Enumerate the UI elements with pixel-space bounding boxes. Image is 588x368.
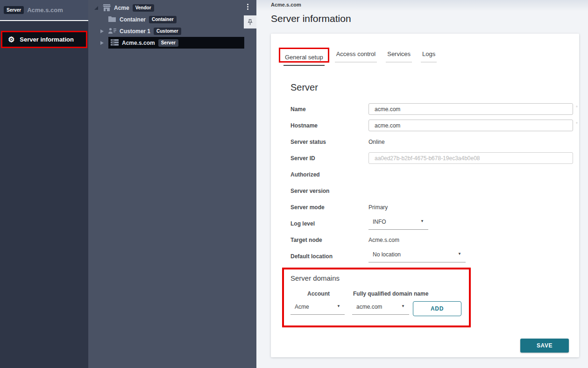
customer-icon — [108, 28, 116, 35]
field-label: Default location — [290, 253, 368, 260]
form-row-server-id: Server ID — [290, 150, 573, 166]
page-title: Server information — [271, 13, 588, 24]
left-sidebar: Server Acme.s.com ⚙ Server information — [0, 0, 88, 368]
pin-icon — [247, 19, 253, 26]
server-domains-controls: Acme ▼ acme.com ▼ ADD — [290, 301, 469, 316]
tree-node-server: Acme.s.com Server — [88, 37, 256, 49]
tree-node-label: Container — [120, 16, 146, 23]
tree-node-label: Customer 1 — [120, 28, 150, 35]
server-id-input — [368, 152, 573, 164]
tree-menu-kebab-icon[interactable] — [246, 3, 249, 11]
caret-collapsed-icon[interactable] — [99, 41, 105, 45]
tree-node-customer[interactable]: Customer 1 Customer — [88, 25, 256, 37]
card-footer: SAVE — [271, 339, 579, 353]
form-row-server-status: Server status Online — [290, 134, 573, 150]
tab-general-setup[interactable]: General setup — [283, 54, 325, 66]
field-label: Log level — [290, 220, 368, 227]
server-information-card: General setup Access control Services Lo… — [271, 34, 579, 357]
caret-expanded-icon[interactable] — [93, 6, 99, 10]
breadcrumb: Acme.s.com — [271, 2, 588, 7]
select-value: No location — [373, 251, 401, 258]
sidebar-item-label: Server information — [20, 36, 74, 43]
select-value: acme.com — [356, 304, 382, 310]
form-row-authorized: Authorized — [290, 166, 573, 183]
tab-access-control[interactable]: Access control — [335, 50, 377, 63]
name-input[interactable] — [368, 103, 573, 115]
annotation-box-general-setup-tab: General setup — [279, 48, 329, 63]
field-label: Server status — [290, 139, 368, 145]
fqdn-header: Fully qualified domain name — [353, 290, 428, 297]
field-label: Target node — [290, 237, 368, 243]
sidebar-item-server-information[interactable]: ⚙ Server information — [2, 32, 86, 47]
field-label: Name — [290, 106, 368, 113]
account-select[interactable]: Acme ▼ — [290, 303, 345, 315]
fqdn-select[interactable]: acme.com ▼ — [352, 303, 409, 315]
server-form: Name * Hostname * Server status Online S… — [290, 101, 573, 264]
form-row-log-level: Log level INFO ▼ — [290, 215, 573, 232]
server-domains-title: Server domains — [290, 274, 469, 282]
folder-icon — [108, 16, 116, 23]
account-header: Account — [290, 290, 347, 297]
select-value: Acme — [295, 304, 309, 310]
section-title-server: Server — [290, 82, 579, 93]
tree-node-container[interactable]: Container Container — [88, 14, 256, 25]
log-level-select[interactable]: INFO ▼ — [368, 218, 428, 230]
main-panel: Acme.s.com Server information General se… — [256, 0, 588, 368]
tree-node-type-badge: Customer — [154, 28, 181, 35]
add-domain-button[interactable]: ADD — [413, 301, 461, 316]
tree-node-label: Acme — [114, 5, 129, 11]
required-marker: * — [576, 121, 578, 127]
chevron-down-icon: ▼ — [401, 304, 405, 309]
tree-node-server-selected[interactable]: Acme.s.com Server — [108, 37, 244, 49]
chevron-down-icon: ▼ — [458, 251, 461, 257]
tree-node-type-badge: Server — [158, 39, 178, 47]
annotation-box-server-domains: Server domains Account Fully qualified d… — [282, 268, 471, 327]
field-label: Server ID — [290, 155, 368, 162]
field-label: Server mode — [290, 204, 368, 211]
form-row-server-version: Server version — [290, 183, 573, 199]
form-row-hostname: Hostname * — [290, 117, 573, 134]
tree-node-label: Acme.s.com — [122, 40, 155, 46]
server-domains-headers: Account Fully qualified domain name — [290, 290, 469, 297]
gear-icon: ⚙ — [8, 36, 14, 43]
hostname-input[interactable] — [368, 120, 573, 131]
annotation-box-server-information: ⚙ Server information — [1, 31, 87, 48]
form-row-default-location: Default location No location ▼ — [290, 248, 573, 264]
object-tree-panel: Acme Vendor Container Container Customer… — [88, 0, 256, 368]
sidebar-object-title: Acme.s.com — [27, 7, 63, 14]
tree-node-vendor[interactable]: Acme Vendor — [88, 2, 256, 14]
object-type-badge: Server — [4, 6, 24, 14]
sidebar-header: Server Acme.s.com — [0, 0, 88, 21]
save-button[interactable]: SAVE — [520, 339, 569, 353]
store-icon — [103, 4, 111, 11]
form-row-server-mode: Server mode Primary — [290, 199, 573, 215]
tree-node-type-badge: Container — [149, 16, 177, 23]
tree-node-type-badge: Vendor — [133, 4, 154, 12]
server-status-value: Online — [368, 139, 385, 145]
tab-logs[interactable]: Logs — [421, 50, 437, 63]
field-label: Authorized — [290, 171, 368, 178]
default-location-select[interactable]: No location ▼ — [368, 250, 466, 262]
caret-collapsed-icon[interactable] — [99, 29, 105, 33]
tab-services[interactable]: Services — [386, 50, 412, 63]
field-label: Hostname — [290, 122, 368, 129]
form-row-target-node: Target node Acme.s.com — [290, 232, 573, 248]
server-mode-value: Primary — [368, 204, 388, 211]
chevron-down-icon: ▼ — [337, 304, 340, 309]
field-label: Server version — [290, 188, 368, 194]
form-row-name: Name * — [290, 101, 573, 117]
select-value: INFO — [373, 219, 386, 225]
tab-bar: General setup Access control Services Lo… — [279, 48, 579, 63]
target-node-value: Acme.s.com — [368, 237, 399, 243]
pin-panel-button[interactable] — [244, 15, 256, 28]
chevron-down-icon: ▼ — [420, 219, 424, 224]
required-marker: * — [576, 105, 578, 110]
server-icon — [111, 39, 119, 46]
